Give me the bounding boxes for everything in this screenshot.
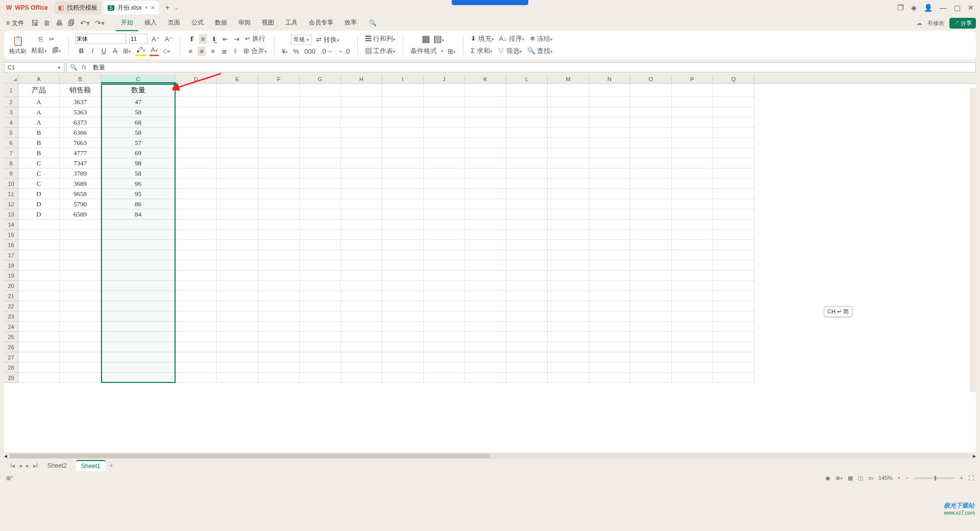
dec-decrease-icon[interactable]: ←.0 (337, 46, 351, 56)
cell[interactable] (465, 148, 506, 158)
cell[interactable] (548, 168, 589, 179)
tab-template[interactable]: ◧ 找稻壳模板 (54, 1, 102, 14)
cell[interactable] (18, 332, 60, 342)
cell[interactable] (176, 373, 217, 383)
cell[interactable] (217, 84, 258, 97)
cell[interactable] (258, 107, 300, 117)
row-header-2[interactable]: 2 (4, 97, 18, 107)
zoom-fx-icon[interactable]: 🔍 (70, 64, 78, 71)
row-header-19[interactable]: 19 (4, 271, 18, 281)
cell[interactable] (672, 271, 713, 281)
cell[interactable]: 98 (101, 158, 176, 168)
number-format-select[interactable]: 常规▾ (291, 35, 312, 45)
cell[interactable] (341, 363, 382, 373)
cell[interactable] (101, 260, 176, 271)
cell[interactable] (589, 107, 630, 117)
cell[interactable] (465, 117, 506, 128)
cell[interactable] (672, 373, 713, 383)
cell[interactable] (713, 301, 754, 311)
cell[interactable] (548, 363, 589, 373)
cell[interactable] (341, 342, 382, 352)
cell[interactable] (341, 138, 382, 148)
print-icon[interactable]: 🖶 (56, 19, 63, 27)
cell[interactable] (465, 342, 506, 352)
cell[interactable] (300, 352, 341, 363)
cell[interactable] (18, 311, 60, 322)
cell[interactable] (506, 322, 548, 332)
cell[interactable] (713, 352, 754, 363)
minimize-icon[interactable]: — (940, 4, 947, 12)
cell[interactable] (300, 332, 341, 342)
cell[interactable] (18, 250, 60, 260)
cell[interactable] (217, 342, 258, 352)
sheet-prev-icon[interactable]: ◂ (19, 462, 22, 469)
cell[interactable] (176, 97, 217, 107)
cell[interactable] (548, 158, 589, 168)
cell[interactable] (382, 240, 424, 250)
cell[interactable] (672, 332, 713, 342)
view-page-icon[interactable]: ◫ (858, 475, 863, 481)
file-menu[interactable]: ≡ 文件 (4, 18, 26, 29)
cell[interactable] (548, 84, 589, 97)
cell[interactable] (713, 363, 754, 373)
cell[interactable] (176, 220, 217, 230)
cell[interactable] (424, 179, 465, 189)
cell[interactable] (258, 189, 300, 199)
format-painter-button[interactable]: 📋格式刷 (9, 35, 26, 55)
cell[interactable] (630, 363, 672, 373)
cell[interactable] (424, 107, 465, 117)
clipboard-icon[interactable]: 🗐▾ (51, 45, 62, 55)
cell[interactable] (424, 301, 465, 311)
row-header-8[interactable]: 8 (4, 158, 18, 168)
cell[interactable] (589, 209, 630, 220)
cell[interactable] (506, 271, 548, 281)
cell[interactable] (465, 230, 506, 240)
cell[interactable] (258, 332, 300, 342)
cell[interactable] (465, 332, 506, 342)
cell[interactable] (217, 230, 258, 240)
cell[interactable] (506, 97, 548, 107)
italic-icon[interactable]: I (88, 46, 96, 56)
cell[interactable] (258, 352, 300, 363)
cell[interactable] (713, 84, 754, 97)
cell[interactable] (382, 220, 424, 230)
window-multi-icon[interactable]: ❐ (897, 4, 904, 12)
row-header-28[interactable]: 28 (4, 363, 18, 373)
cell[interactable] (672, 352, 713, 363)
cell[interactable] (465, 240, 506, 250)
cell[interactable]: C (18, 158, 60, 168)
scroll-left-icon[interactable]: ◂ (4, 452, 7, 460)
copy-icon[interactable]: ⎘ (37, 34, 45, 44)
cell[interactable] (258, 179, 300, 189)
cell[interactable] (506, 168, 548, 179)
cell[interactable] (60, 291, 101, 301)
col-header-N[interactable]: N (589, 75, 630, 83)
cell[interactable] (382, 97, 424, 107)
cell[interactable] (217, 220, 258, 230)
cell[interactable] (630, 373, 672, 383)
cell[interactable] (713, 117, 754, 128)
cell[interactable] (217, 97, 258, 107)
cell[interactable] (341, 240, 382, 250)
cell[interactable] (258, 301, 300, 311)
cell[interactable] (713, 271, 754, 281)
cell[interactable] (341, 373, 382, 383)
col-header-C[interactable]: C (101, 75, 176, 83)
cell[interactable] (589, 230, 630, 240)
cell[interactable] (713, 281, 754, 291)
cell[interactable]: 57 (101, 138, 176, 148)
cell[interactable] (382, 373, 424, 383)
cell[interactable] (548, 230, 589, 240)
cell[interactable] (258, 97, 300, 107)
cell[interactable] (176, 332, 217, 342)
cell[interactable] (424, 250, 465, 260)
cell[interactable] (341, 332, 382, 342)
redo-icon[interactable]: ↷▾ (95, 19, 105, 27)
cell[interactable] (300, 342, 341, 352)
row-header-17[interactable]: 17 (4, 250, 18, 260)
cell[interactable] (548, 311, 589, 322)
cell[interactable] (341, 271, 382, 281)
col-header-B[interactable]: B (60, 75, 101, 83)
name-box[interactable]: C1 ▾ (4, 62, 64, 73)
selection-handle[interactable] (174, 83, 177, 86)
